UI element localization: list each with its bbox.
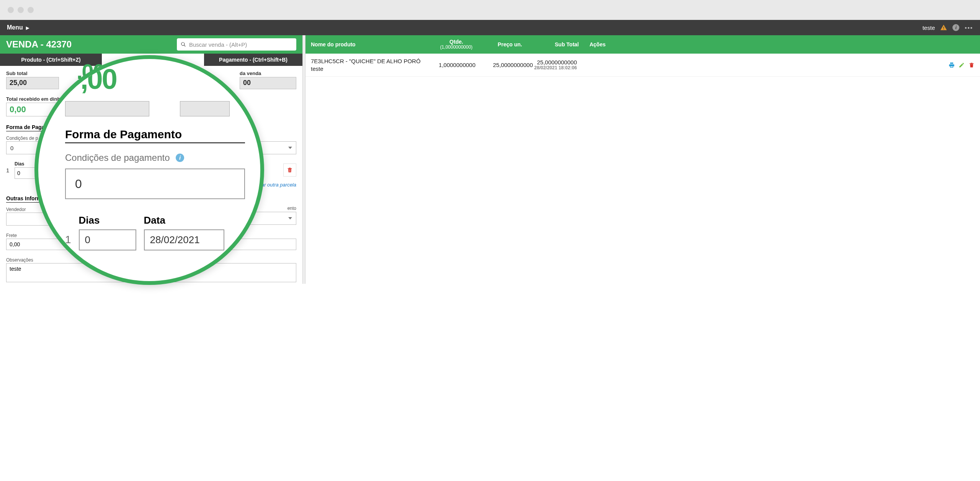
hdr-nome: Nome do produto xyxy=(311,41,430,47)
chevron-down-icon xyxy=(288,147,292,149)
hdr-qtde: Qtde. (1,0000000000) xyxy=(430,39,483,50)
mag-cond-input[interactable]: 0 xyxy=(65,169,245,199)
frete-label: Frete xyxy=(6,233,17,238)
svg-rect-1 xyxy=(943,29,944,29)
row-name: 7E3LHC5CR - "QUICHE" DE ALHO PORÓ teste xyxy=(311,57,422,72)
table-row: 7E3LHC5CR - "QUICHE" DE ALHO PORÓ teste … xyxy=(305,54,980,77)
browser-chrome xyxy=(0,0,980,20)
search-box[interactable] xyxy=(177,38,296,51)
window-dot xyxy=(18,7,24,13)
tab-pagamento[interactable]: Pagamento - (Ctrl+Shift+B) xyxy=(204,54,302,66)
window-dot xyxy=(8,7,14,13)
edit-icon[interactable] xyxy=(959,62,965,68)
trash-icon[interactable] xyxy=(969,62,975,68)
condicoes-label: Condições de p xyxy=(6,136,38,141)
magnifier-overlay: ,00 Forma de Pagamento Condições de paga… xyxy=(34,55,264,284)
vendedor-label: Vendedor xyxy=(6,207,26,212)
venda-field[interactable]: 00 xyxy=(240,77,296,89)
dias-input[interactable] xyxy=(15,167,38,179)
row-qty: 1,0000000000 xyxy=(422,62,475,68)
subtotal-label: Sub total xyxy=(6,70,59,76)
hdr-acoes: Ações xyxy=(579,41,606,47)
dias-label: Dias xyxy=(15,161,38,167)
hdr-subtotal: Sub Total xyxy=(537,41,579,47)
sale-header: VENDA - 42370 xyxy=(0,35,302,54)
mag-hr xyxy=(65,142,245,143)
mag-gray-box-right xyxy=(180,101,230,116)
mag-row-num: 1 xyxy=(65,234,71,250)
info-icon[interactable]: i xyxy=(175,153,185,162)
mag-dias-input[interactable]: 0 xyxy=(79,229,136,250)
obs-label: Observações xyxy=(6,257,33,263)
search-icon xyxy=(181,42,186,47)
top-nav: Menu ▸ teste i ••• xyxy=(0,20,980,35)
row-price: 25,0000000000 xyxy=(475,62,533,68)
print-icon[interactable] xyxy=(949,62,955,68)
chevron-down-icon xyxy=(288,217,292,219)
mag-data-input[interactable]: 28/02/2021 xyxy=(144,229,224,250)
right-pane: Nome do produto Qtde. (1,0000000000) Pre… xyxy=(305,35,980,284)
mag-data-label: Data xyxy=(144,214,224,226)
menu-label: Menu xyxy=(7,24,23,31)
menu-button[interactable]: Menu ▸ xyxy=(7,24,29,31)
hdr-preco: Preço un. xyxy=(483,41,537,47)
user-label: teste xyxy=(923,25,935,31)
chevron-right-icon: ▸ xyxy=(26,24,29,31)
mag-gray-box-left xyxy=(65,101,149,116)
search-input[interactable] xyxy=(189,41,292,48)
recebido-label: Total recebido em dinhe xyxy=(6,96,63,102)
parcela-number: 1 xyxy=(6,167,10,173)
window-dot xyxy=(28,7,34,13)
pane-divider xyxy=(302,35,305,284)
mag-dias-label: Dias xyxy=(79,214,136,226)
venda-label-fragment: da venda xyxy=(240,70,261,76)
condicoes-value: 0 xyxy=(10,145,13,151)
warning-icon[interactable] xyxy=(940,24,947,31)
delete-parcela-button[interactable] xyxy=(283,164,296,177)
sale-title: VENDA - 42370 xyxy=(6,39,72,50)
svg-rect-0 xyxy=(943,27,944,29)
mag-cond-label: Condições de pagamento i xyxy=(65,152,234,163)
more-icon[interactable]: ••• xyxy=(965,25,973,31)
info-icon[interactable]: i xyxy=(952,24,959,31)
trash-icon xyxy=(287,167,293,173)
row-subtotal: 25,0000000000 28/02/2021 18:02:06 xyxy=(533,59,577,71)
product-table-header: Nome do produto Qtde. (1,0000000000) Pre… xyxy=(305,35,980,54)
subtotal-field[interactable]: 25,00 xyxy=(6,77,59,89)
mag-forma-title: Forma de Pagamento xyxy=(65,128,234,141)
